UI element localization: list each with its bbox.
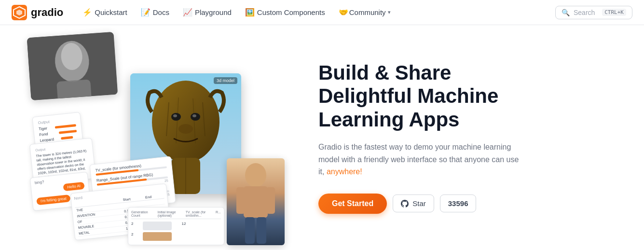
- gen-col-r: R...: [216, 210, 221, 217]
- gen-col-count: Generation Count: [131, 210, 148, 217]
- svg-point-17: [192, 114, 196, 117]
- gen-image-val: [143, 222, 172, 230]
- svg-rect-26: [245, 217, 255, 244]
- docs-icon: 📝: [141, 8, 151, 17]
- star-label: Star: [412, 199, 426, 208]
- gen-col-image: Initial Image (optional): [158, 210, 176, 217]
- label-bar-tiger: [55, 124, 76, 129]
- nav-links: ⚡ Quickstart 📝 Docs 📈 Playground 🖼️ Cust…: [77, 5, 555, 20]
- generation-panel: Generation Count Initial Image (optional…: [128, 207, 224, 245]
- logo-text: gradio: [31, 6, 63, 19]
- svg-rect-27: [257, 217, 266, 244]
- nav-quickstart[interactable]: ⚡ Quickstart: [77, 5, 133, 20]
- nav-quickstart-label: Quickstart: [95, 8, 127, 16]
- anywhere-highlight: anywhere!: [327, 167, 362, 176]
- star-button[interactable]: Star: [393, 194, 434, 212]
- gen-row: 2 12: [131, 221, 221, 231]
- gen-col-tv: TV_scale (for smoothn...: [186, 210, 206, 217]
- gen-count-val: 2: [131, 222, 133, 230]
- nav-playground[interactable]: 📈 Playground: [177, 5, 237, 20]
- hero-content: Build & Share Delightful Machine Learnin…: [299, 32, 531, 243]
- svg-point-16: [173, 114, 177, 117]
- search-icon: 🔍: [562, 9, 570, 16]
- community-icon: 🤝: [339, 8, 348, 17]
- chat-hello-bubble: Hello AI: [63, 182, 85, 191]
- svg-rect-25: [266, 187, 275, 214]
- chat-reply-bubble: I'm felling great: [36, 194, 70, 205]
- nav-community-label: Community: [349, 8, 386, 16]
- playground-icon: 📈: [183, 8, 192, 17]
- hero-actions: Get Started Star 33596: [318, 194, 521, 214]
- range-max: 25: [164, 179, 168, 182]
- nav-custom-components[interactable]: 🖼️ Custom Components: [239, 5, 331, 20]
- label-bar-leopard: [61, 136, 73, 140]
- gen-count-val-2: 2: [131, 232, 133, 241]
- gen-tv-val: 12: [181, 222, 186, 230]
- chevron-down-icon: ▾: [388, 9, 391, 15]
- github-icon: [401, 200, 409, 208]
- nav-community[interactable]: 🤝 Community ▾: [333, 5, 397, 20]
- svg-point-22: [245, 163, 266, 187]
- svg-point-9: [152, 81, 219, 163]
- hero-subtitle: Gradio is the fastest way to demo your m…: [318, 141, 521, 178]
- search-shortcut: CTRL+K: [602, 9, 626, 16]
- 3d-model-label: 3d model: [214, 77, 237, 84]
- star-count: 33596: [440, 194, 477, 212]
- nav-docs[interactable]: 📝 Docs: [135, 5, 175, 20]
- navbar: gradio ⚡ Quickstart 📝 Docs 📈 Playground …: [0, 0, 644, 25]
- svg-rect-23: [244, 186, 268, 218]
- label-fond: Fond: [39, 131, 57, 137]
- gradio-logo-icon: [12, 5, 27, 20]
- bw-portrait-svg: [27, 32, 118, 100]
- search-box[interactable]: 🔍 Search CTRL+K: [555, 6, 632, 19]
- character-svg: [227, 158, 285, 245]
- svg-point-18: [178, 124, 193, 134]
- range-min: [97, 186, 97, 190]
- nav-playground-label: Playground: [195, 8, 232, 16]
- custom-components-icon: 🖼️: [245, 8, 255, 17]
- gen-row-2: 2: [131, 231, 221, 242]
- nav-custom-components-label: Custom Components: [257, 8, 325, 16]
- gen-image-val-2: [143, 232, 172, 241]
- hero-visuals: 3d model: [0, 25, 299, 250]
- quickstart-icon: ⚡: [82, 8, 92, 17]
- label-bar-fond: [59, 130, 77, 134]
- nav-docs-label: Docs: [153, 8, 169, 16]
- gen-header: Generation Count Initial Image (optional…: [131, 210, 221, 219]
- label-tiger: Tiger: [39, 125, 53, 131]
- get-started-button[interactable]: Get Started: [318, 194, 387, 214]
- hero-section: 3d model: [0, 25, 644, 250]
- search-placeholder: Search: [574, 9, 595, 16]
- bw-portrait-image: [27, 32, 118, 100]
- svg-rect-24: [236, 187, 245, 214]
- hero-title: Build & Share Delightful Machine Learnin…: [318, 61, 521, 131]
- svg-rect-6: [56, 79, 92, 100]
- 3d-character-image: [227, 158, 285, 245]
- logo-link[interactable]: gradio: [12, 5, 63, 20]
